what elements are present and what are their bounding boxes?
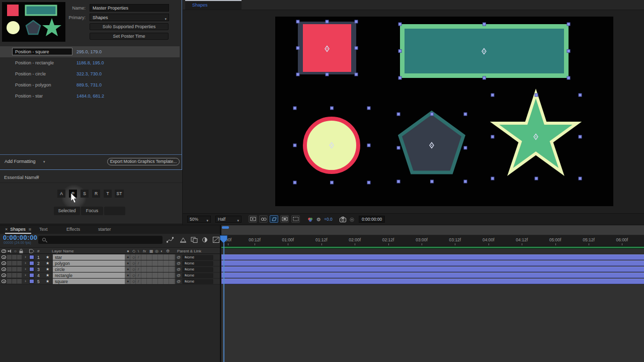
switch-cell[interactable] — [17, 261, 22, 265]
pickwhip-icon[interactable]: @ — [177, 273, 181, 278]
square-selection-handle[interactable] — [355, 20, 358, 23]
layer-switches-cell[interactable]: ●◇/ — [125, 273, 175, 278]
layer-row-star[interactable]: ›1★star●◇/@None▾ — [0, 254, 220, 260]
timeline-tab-starter[interactable]: starter — [98, 225, 111, 234]
namer-mode-button-a[interactable]: A — [57, 190, 65, 198]
close-icon[interactable]: × — [5, 227, 8, 232]
layer-row-polygon[interactable]: ›2★polygon●◇/@None▾ — [0, 260, 220, 266]
time-navigator-handle[interactable] — [222, 226, 229, 229]
property-value[interactable]: 889.5, 731.0 — [76, 82, 102, 87]
layer-switch-icon[interactable]: / — [138, 261, 139, 265]
layer-switch-icon[interactable]: ◇ — [132, 255, 135, 259]
expand-arrow-icon[interactable]: › — [25, 254, 26, 259]
composition-canvas[interactable] — [275, 17, 613, 206]
property-value[interactable]: 295.0, 179.0 — [76, 49, 102, 54]
resolution-dropdown[interactable]: Half▾ — [215, 216, 242, 223]
current-time-indicator-head[interactable] — [220, 235, 228, 244]
frame-blending-icon[interactable] — [190, 236, 198, 243]
layer-duration-bar-circle[interactable] — [221, 266, 644, 272]
layer-switch-icon[interactable]: ● — [127, 267, 129, 272]
layer-switches-cell[interactable]: ●◇/ — [125, 254, 175, 260]
circle-selection-handle[interactable] — [293, 181, 296, 184]
star-selection-handle[interactable] — [491, 135, 494, 138]
namer-mode-button-st[interactable]: ST — [115, 190, 124, 198]
layer-switch-icon[interactable]: ● — [127, 273, 129, 278]
layer-row-square[interactable]: ›5★square●◇/@None▾ — [0, 279, 220, 285]
square-selection-handle[interactable] — [296, 47, 299, 50]
video-visibility-icon[interactable] — [2, 274, 6, 277]
rectangle-selection-handle[interactable] — [398, 23, 401, 26]
switch-cell[interactable] — [7, 279, 12, 284]
video-visibility-icon[interactable] — [2, 280, 6, 283]
focus-button[interactable]: Focus — [81, 207, 103, 215]
circle-selection-handle[interactable] — [367, 107, 370, 110]
layer-switches-cell[interactable]: ●◇/ — [125, 279, 175, 284]
add-formatting-dropdown[interactable]: Add Formatting — [5, 159, 36, 164]
layer-switch-icon[interactable]: / — [138, 267, 139, 272]
polygon-selection-handle[interactable] — [431, 180, 434, 183]
layer-switch-icon[interactable]: ● — [127, 261, 129, 265]
square-selection-handle[interactable] — [355, 47, 358, 50]
square-shape[interactable] — [303, 24, 351, 72]
layer-name-cell[interactable]: square — [53, 279, 125, 284]
switch-cell[interactable] — [7, 273, 12, 278]
layer-color-swatch[interactable] — [29, 267, 34, 272]
transparency-grid-icon[interactable] — [280, 215, 289, 223]
rectangle-selection-handle[interactable] — [483, 76, 486, 79]
property-row[interactable]: Position - square295.0, 179.0 — [0, 46, 180, 57]
guides-icon[interactable] — [259, 215, 268, 223]
layer-switch-icon[interactable]: ● — [127, 255, 129, 259]
panel-divider[interactable] — [182, 0, 183, 225]
layer-switch-icon[interactable]: ◇ — [132, 273, 135, 278]
pickwhip-icon[interactable]: @ — [177, 267, 181, 272]
switch-cell[interactable] — [12, 267, 17, 272]
layer-switch-icon[interactable]: ◇ — [132, 267, 135, 272]
star-selection-handle[interactable] — [579, 177, 582, 180]
layer-switch-icon[interactable]: / — [138, 279, 139, 284]
square-selection-handle[interactable] — [355, 73, 358, 76]
parent-link-dropdown[interactable]: None▾ — [182, 273, 213, 278]
layer-switch-icon[interactable]: / — [138, 273, 139, 278]
always-preview-icon[interactable] — [249, 215, 257, 223]
polygon-selection-handle[interactable] — [397, 146, 400, 149]
star-selection-handle[interactable] — [535, 94, 538, 97]
layer-switch-icon[interactable]: ● — [127, 279, 129, 284]
panel-menu-icon[interactable]: ≡ — [29, 227, 31, 232]
layer-name-cell[interactable]: rectangle — [53, 273, 125, 278]
property-row[interactable]: Position - circle322.3, 730.0 — [0, 68, 180, 79]
mini-flowchart-icon[interactable] — [166, 236, 174, 243]
exposure-gear-icon[interactable]: ⚙ — [316, 217, 321, 222]
circle-selection-handle[interactable] — [367, 144, 370, 147]
switch-cell[interactable] — [12, 273, 17, 278]
rectangle-selection-handle[interactable] — [567, 23, 570, 26]
draft-3d-icon[interactable] — [179, 236, 187, 243]
parent-link-dropdown[interactable]: None▾ — [182, 261, 213, 266]
polygon-selection-handle[interactable] — [397, 180, 400, 183]
switch-cell[interactable] — [17, 273, 22, 278]
panel-menu-icon[interactable]: ≡ — [36, 174, 39, 179]
timeline-search-input[interactable] — [38, 236, 163, 244]
time-ruler[interactable]: :00f00:12f01:00f01:12f02:00f02:12f03:00f… — [221, 235, 644, 246]
square-selection-handle[interactable] — [326, 73, 329, 76]
timeline-tab-text[interactable]: Text — [39, 225, 48, 234]
timeline-split-divider[interactable] — [220, 225, 221, 362]
polygon-selection-handle[interactable] — [431, 113, 434, 116]
square-selection-handle[interactable] — [296, 20, 299, 23]
primary-dropdown[interactable]: Shapes ▾ — [90, 14, 169, 21]
mask-visibility-icon[interactable] — [291, 215, 300, 223]
layer-switches-cell[interactable]: ●◇/ — [125, 266, 175, 272]
switch-cell[interactable] — [17, 255, 22, 259]
expand-arrow-icon[interactable]: › — [25, 279, 26, 284]
show-snapshot-icon[interactable] — [349, 217, 355, 222]
motion-blur-icon[interactable] — [201, 236, 209, 243]
selected-button[interactable]: Selected — [54, 207, 80, 215]
circle-selection-handle[interactable] — [331, 181, 334, 184]
timeline-tab-shapes[interactable]: ×Shapes≡ — [5, 225, 31, 234]
switch-cell[interactable] — [7, 261, 12, 265]
property-value[interactable]: 1484.0, 681.2 — [76, 94, 104, 99]
star-selection-handle[interactable] — [491, 177, 494, 180]
layer-row-rectangle[interactable]: ›4★rectangle●◇/@None▾ — [0, 273, 220, 279]
parent-link-dropdown[interactable]: None▾ — [182, 255, 213, 260]
layer-color-swatch[interactable] — [29, 261, 34, 265]
solo-supported-properties-button[interactable]: Solo Supported Properties — [90, 23, 169, 30]
